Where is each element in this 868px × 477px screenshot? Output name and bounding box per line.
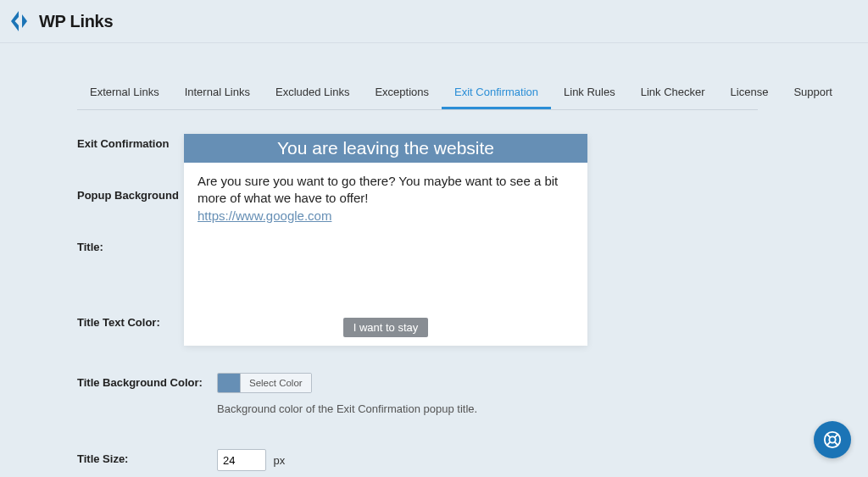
svg-line-4 — [835, 435, 838, 438]
color-swatch — [218, 374, 240, 392]
tab-internal-links[interactable]: Internal Links — [172, 77, 263, 109]
tab-excluded-links[interactable]: Excluded Links — [263, 77, 362, 109]
help-button[interactable] — [814, 421, 851, 458]
preview-body: Are you sure you want to go there? You m… — [184, 163, 587, 318]
tab-link-rules[interactable]: Link Rules — [551, 77, 628, 109]
logo-icon — [8, 9, 34, 33]
title-bg-color-helper: Background color of the Exit Confirmatio… — [217, 402, 758, 415]
lifebuoy-icon — [823, 430, 842, 449]
svg-line-3 — [835, 442, 838, 446]
tab-external-links[interactable]: External Links — [77, 77, 172, 109]
svg-point-1 — [829, 436, 835, 442]
tab-exceptions[interactable]: Exceptions — [362, 77, 442, 109]
preview-link[interactable]: https://www.google.com — [198, 208, 331, 223]
svg-line-2 — [827, 435, 831, 438]
label-title-size: Title Size: — [77, 449, 217, 465]
preview-body-text: Are you sure you want to go there? You m… — [198, 174, 558, 205]
tabs-nav: External Links Internal Links Excluded L… — [77, 77, 758, 110]
tab-exit-confirmation[interactable]: Exit Confirmation — [442, 77, 551, 109]
preview-title: You are leaving the website — [184, 134, 587, 163]
tab-license[interactable]: License — [718, 77, 782, 109]
select-color-button[interactable]: Select Color — [240, 374, 311, 392]
title-size-input[interactable] — [217, 449, 266, 471]
label-title-bg-color: Title Background Color: — [77, 373, 217, 389]
tab-support[interactable]: Support — [781, 77, 845, 109]
title-size-unit: px — [273, 454, 285, 467]
tab-link-checker[interactable]: Link Checker — [628, 77, 718, 109]
brand-name: WP Links — [39, 12, 113, 31]
header: WP Links — [0, 0, 868, 43]
svg-line-5 — [827, 442, 831, 446]
stay-button[interactable]: I want to stay — [343, 318, 429, 337]
brand-logo: WP Links — [8, 9, 113, 33]
title-bg-color-picker[interactable]: Select Color — [217, 373, 312, 393]
exit-confirmation-preview: You are leaving the website Are you sure… — [184, 134, 587, 346]
